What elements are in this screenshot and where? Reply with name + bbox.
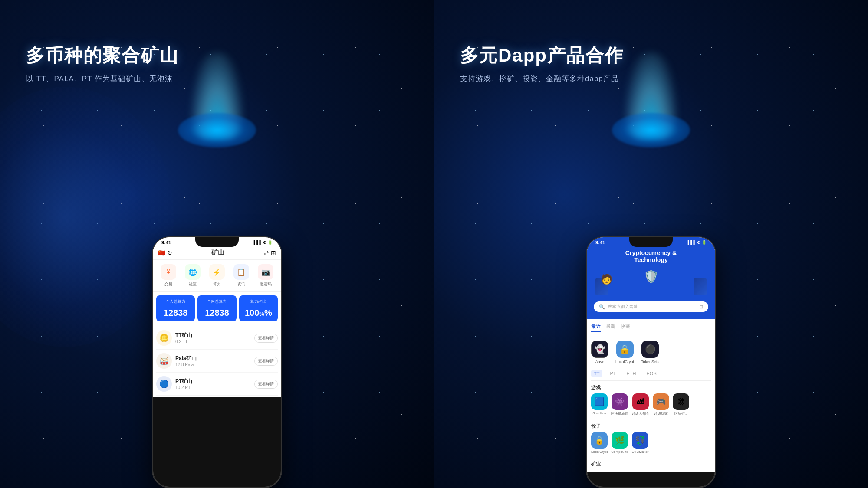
trade-icon: ¥ (161, 264, 176, 280)
localcrypt-name: LocalCrypt (615, 360, 634, 364)
stat-network-value: 12838 (200, 308, 233, 318)
recent-tokensets[interactable]: ⚫ TokenSets (641, 341, 659, 364)
compound-icon: 🌿 (612, 432, 628, 449)
phone1-mining-list: 🪙 TT矿山 0.2 TT 查看详情 🥁 Pala矿山 (153, 325, 281, 397)
megapolis-label: 超级大都会 (632, 411, 649, 416)
tokensets-icon: ⚫ (641, 341, 659, 358)
pt-detail-btn[interactable]: 查看详情 (254, 380, 278, 389)
tokensets-name: TokenSets (641, 360, 659, 364)
phone2-app-body: 最近 最新 收藏 👻 Aave 🔒 LocalCrypt (587, 319, 715, 472)
tab-latest[interactable]: 最新 (606, 323, 615, 332)
mining-pala-left: 🥁 Pala矿山 12.8 Pala (156, 353, 197, 369)
phone1-stats-grid: 个人总算力 12838 全网总算力 12838 算力占比 100%% (153, 292, 281, 325)
farm-icon: 👾 (612, 393, 628, 410)
tt-name: TT矿山 (175, 332, 192, 339)
dapp-localcrypt[interactable]: 🔒 LocalCrypt (591, 432, 608, 454)
stat-ratio-label: 算力占比 (242, 299, 275, 305)
phone1-header-icons: ⇄ ⊞ (264, 249, 276, 256)
phone1-wrapper: 9:41 ▌▌▌ ⊙ 🔋 🇨🇳 ↻ 矿山 ⇄ ⊞ ¥ 交易 (152, 236, 282, 488)
recent-localcrypt[interactable]: 🔒 LocalCrypt (615, 341, 634, 364)
panel1-subtitle: 以 TT、PALA、PT 作为基础矿山、无泡沫 (26, 74, 173, 84)
pala-detail-btn[interactable]: 查看详情 (254, 357, 278, 366)
right-panel: 多元Dapp产品合作 支持游戏、挖矿、投资、金融等多种dapp产品 9:41 ▌… (434, 0, 868, 488)
nav-item-invite[interactable]: 📷 邀请码 (258, 264, 273, 287)
otcmaker-icon: 💱 (632, 432, 648, 449)
sandbox-label: Sandbox (592, 411, 606, 415)
phone2-tabs: 最近 最新 收藏 (591, 321, 711, 336)
phone1-nav-icons: ¥ 交易 🌐 社区 ⚡ 算力 📋 资讯 (153, 260, 281, 292)
pala-sub: 12.8 Pala (175, 362, 197, 367)
localcrypt2-icon: 🔒 (591, 432, 608, 449)
nav-item-community[interactable]: 🌐 社区 (185, 264, 201, 287)
games-icons-row: 🟦 Sandbox 👾 区块链农庄 🏙 超级大都会 🎮 (591, 393, 711, 416)
tt-info: TT矿山 0.2 TT (175, 332, 192, 344)
farm-label: 区块链农庄 (611, 411, 628, 416)
localcrypt2-label: LocalCrypt (591, 450, 608, 454)
panel2-title: 多元Dapp产品合作 (460, 43, 624, 68)
chain-tab-pt[interactable]: PT (607, 370, 618, 377)
supergame-label: 超级玩家 (654, 411, 668, 416)
community-label: 社区 (189, 282, 197, 287)
search-placeholder-text: 搜索或输入网址 (608, 304, 697, 310)
dapp-compound[interactable]: 🌿 Compound (611, 432, 628, 454)
nav-item-news[interactable]: 📋 资讯 (233, 264, 249, 287)
tab-favorites[interactable]: 收藏 (621, 323, 630, 332)
chain-game-label: 区块链... (674, 411, 688, 416)
phone1-time: 9:41 (161, 240, 171, 245)
news-icon: 📋 (233, 264, 249, 280)
phone1-flag-icon: 🇨🇳 ↻ (158, 249, 172, 256)
server-right-icon (694, 278, 707, 295)
phone2-chain-tabs: TT PT ETH EOS (591, 368, 711, 381)
dapp-farm[interactable]: 👾 区块链农庄 (611, 393, 628, 416)
stat-ratio-value: 100%% (242, 308, 275, 318)
megapolis-icon: 🏙 (632, 393, 649, 410)
mining-tt-left: 🪙 TT矿山 0.2 TT (156, 330, 192, 346)
phone1-notch (195, 237, 239, 247)
mining-item-pala: 🥁 Pala矿山 12.8 Pala 查看详情 (156, 350, 278, 373)
section-mining-title: 矿业 (591, 457, 711, 470)
swap-icon[interactable]: ⇄ (264, 249, 269, 256)
scan-icon-2[interactable]: ⊞ (699, 304, 703, 310)
tt-detail-btn[interactable]: 查看详情 (254, 334, 278, 343)
phone2-signal-icons: ▌▌▌ ⊙ 🔋 (688, 240, 707, 245)
phone2-search-bar[interactable]: 🔍 搜索或输入网址 ⊞ (594, 301, 708, 312)
invite-icon: 📷 (258, 264, 273, 280)
phone1-screen: 9:41 ▌▌▌ ⊙ 🔋 🇨🇳 ↻ 矿山 ⇄ ⊞ ¥ 交易 (153, 237, 281, 397)
scan-icon[interactable]: ⊞ (271, 249, 276, 256)
dapp-supergame[interactable]: 🎮 超级玩家 (653, 393, 669, 416)
phone1-signal-icons: ▌▌▌ ⊙ 🔋 (254, 240, 273, 245)
dapp-chain[interactable]: ⛓ 区块链... (673, 393, 689, 416)
chain-tab-eth[interactable]: ETH (624, 370, 639, 377)
otcmaker-label: OTCMaker (631, 450, 648, 454)
pala-info: Pala矿山 12.8 Pala (175, 355, 197, 367)
search-icon: 🔍 (599, 304, 605, 310)
phone2-wrapper: 9:41 ▌▌▌ ⊙ 🔋 Cryptocurrency &Technology … (586, 236, 716, 488)
pala-avatar: 🥁 (156, 353, 172, 369)
pt-sub: 10.2 PT (175, 385, 192, 390)
hashrate-label: 算力 (213, 282, 221, 287)
nav-item-hashrate[interactable]: ⚡ 算力 (209, 264, 225, 287)
panel1-title: 多币种的聚合矿山 (26, 43, 179, 68)
recent-aave[interactable]: 👻 Aave (591, 341, 608, 364)
mining-item-pt: 🔵 PT矿山 10.2 PT 查看详情 (156, 373, 278, 396)
panel2-subtitle: 支持游戏、挖矿、投资、金融等多种dapp产品 (460, 74, 619, 84)
left-panel: 多币种的聚合矿山 以 TT、PALA、PT 作为基础矿山、无泡沫 9:41 ▌▌… (0, 0, 434, 488)
phone1: 9:41 ▌▌▌ ⊙ 🔋 🇨🇳 ↻ 矿山 ⇄ ⊞ ¥ 交易 (152, 236, 282, 488)
chain-tab-tt[interactable]: TT (591, 370, 602, 377)
community-icon: 🌐 (185, 264, 201, 280)
figure-icon: 🧑 (601, 274, 612, 285)
tab-recent[interactable]: 最近 (591, 323, 601, 332)
phone2-recent-apps: 👻 Aave 🔒 LocalCrypt ⚫ TokenSets (591, 336, 711, 368)
nav-item-trade[interactable]: ¥ 交易 (161, 264, 176, 287)
pt-avatar: 🔵 (156, 376, 172, 392)
stat-personal: 个人总算力 12838 (156, 295, 195, 321)
dapp-otcmaker[interactable]: 💱 OTCMaker (631, 432, 648, 454)
pala-name: Pala矿山 (175, 355, 197, 362)
dapp-megapolis[interactable]: 🏙 超级大都会 (632, 393, 649, 416)
phone2-time: 9:41 (595, 240, 605, 245)
phone1-app-header: 🇨🇳 ↻ 矿山 ⇄ ⊞ (153, 246, 281, 260)
dapp-sandbox[interactable]: 🟦 Sandbox (591, 393, 608, 416)
phone2-notch (629, 237, 673, 247)
chain-tab-eos[interactable]: EOS (644, 370, 659, 377)
mining-pt-left: 🔵 PT矿山 10.2 PT (156, 376, 192, 392)
